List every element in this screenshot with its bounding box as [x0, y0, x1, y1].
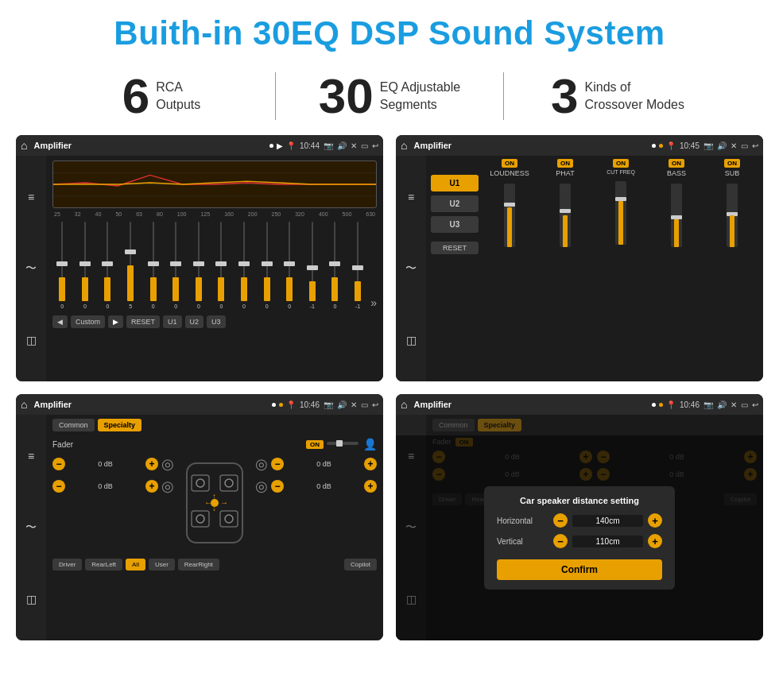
eq-slider-12[interactable]: 0 — [325, 222, 345, 309]
fader-row-2: − 0 dB + ◎ — [52, 478, 174, 495]
fader-minus-2[interactable]: − — [52, 480, 65, 493]
fader-tabs: Common Specialty — [52, 419, 377, 431]
eq-reset-btn[interactable]: RESET — [126, 315, 160, 328]
screen-body-1: ≡ 〜 ◫ — [16, 156, 383, 381]
ch-slider-loudness[interactable] — [504, 184, 515, 247]
svg-rect-9 — [220, 511, 238, 527]
on-toggle[interactable]: ON — [306, 440, 324, 449]
dialog-minus-h[interactable]: − — [553, 513, 568, 528]
amp2-presets: U1 U2 U3 RESET — [431, 159, 479, 254]
eq-slider-7[interactable]: 0 — [211, 222, 231, 309]
fader-minus-4[interactable]: − — [271, 480, 284, 493]
eq-icon-3[interactable]: ≡ — [28, 450, 34, 462]
btn-driver[interactable]: Driver — [52, 559, 82, 570]
eq-slider-0[interactable]: 0 — [52, 222, 72, 309]
home-icon-4[interactable]: ⌂ — [401, 398, 407, 411]
eq-slider-3[interactable]: 5 — [121, 222, 141, 309]
back-icon-1[interactable]: ↩ — [372, 141, 378, 150]
status-bar-1: ⌂ Amplifier ▶ 📍 10:44 📷 🔊 ✕ ▭ ↩ — [16, 135, 383, 156]
eq-u3-btn[interactable]: U3 — [207, 315, 226, 328]
ch-slider-bass[interactable] — [671, 184, 682, 247]
wave-icon-2[interactable]: 〜 — [405, 261, 417, 276]
location-icon-3: 📍 — [286, 400, 296, 409]
status-dot-3a — [272, 403, 276, 407]
ch-slider-phat[interactable] — [560, 184, 571, 247]
fader-plus-4[interactable]: + — [364, 480, 377, 493]
dialog-plus-v[interactable]: + — [648, 534, 662, 548]
home-icon-1[interactable]: ⌂ — [21, 139, 27, 152]
eq-slider-11[interactable]: -1 — [303, 222, 323, 309]
eq-slider-1[interactable]: 0 — [76, 222, 95, 309]
home-icon-3[interactable]: ⌂ — [21, 398, 27, 411]
back-icon-2[interactable]: ↩ — [752, 141, 758, 150]
u2-preset[interactable]: U2 — [431, 195, 479, 212]
wifi-icon-3: ✕ — [351, 400, 357, 409]
speaker-icon-3[interactable]: ◫ — [26, 593, 37, 605]
wifi-icon-1: ✕ — [351, 141, 357, 150]
reset-btn-2[interactable]: RESET — [431, 242, 479, 254]
eq-icon[interactable]: ≡ — [28, 191, 34, 203]
dialog-plus-h[interactable]: + — [648, 513, 662, 528]
home-icon-2[interactable]: ⌂ — [401, 139, 407, 152]
feature-rca: 6 RCA Outputs — [48, 72, 275, 121]
eq-u2-btn[interactable]: U2 — [185, 315, 204, 328]
fader-cols: − 0 dB + ◎ − 0 dB + ◎ — [52, 455, 377, 551]
btn-rearright[interactable]: RearRight — [178, 559, 219, 570]
btn-copilot[interactable]: Copilot — [344, 559, 377, 570]
eq-labels: 2532405063 80100125160200 25032040050063… — [52, 211, 377, 217]
u3-preset[interactable]: U3 — [431, 216, 479, 233]
speaker-icon-sidebar[interactable]: ◫ — [26, 334, 37, 346]
eq-play-btn[interactable]: ▶ — [108, 315, 123, 328]
tab-common[interactable]: Common — [52, 419, 95, 431]
eq-custom-btn[interactable]: Custom — [71, 315, 105, 328]
eq-u1-btn[interactable]: U1 — [163, 315, 182, 328]
wave-icon-3[interactable]: 〜 — [25, 520, 37, 535]
screens-grid: ⌂ Amplifier ▶ 📍 10:44 📷 🔊 ✕ ▭ ↩ ≡ 〜 ◫ — [0, 135, 779, 648]
eq-prev-btn[interactable]: ◀ — [52, 315, 68, 328]
ch-slider-cutfreq[interactable] — [615, 181, 626, 245]
dialog-minus-v[interactable]: − — [553, 534, 568, 548]
fader-plus-2[interactable]: + — [145, 480, 158, 493]
svg-point-12 — [225, 479, 233, 487]
eq-icon-2[interactable]: ≡ — [408, 191, 414, 203]
eq-slider-8[interactable]: 0 — [234, 222, 254, 309]
eq-slider-13[interactable]: -1 — [348, 222, 368, 309]
status-icons-2: 📍 10:45 📷 🔊 ✕ ▭ ↩ — [666, 141, 758, 150]
eq-slider-5[interactable]: 0 — [166, 222, 186, 309]
btn-user[interactable]: User — [149, 559, 175, 570]
back-icon-4[interactable]: ↩ — [752, 400, 758, 409]
tab-specialty[interactable]: Specialty — [98, 419, 142, 431]
eq-slider-6[interactable]: 0 — [189, 222, 209, 309]
status-title-4: Amplifier — [413, 400, 649, 409]
fader-panel: Common Specialty Fader ON 👤 — [46, 415, 383, 640]
fader-plus-1[interactable]: + — [145, 458, 158, 470]
screen-body-2: ≡ 〜 ◫ U1 U2 U3 RESET ON — [396, 156, 763, 381]
svg-rect-6 — [192, 475, 209, 491]
fader-minus-3[interactable]: − — [271, 458, 284, 470]
screen-amp2: ⌂ Amplifier 📍 10:45 📷 🔊 ✕ ▭ ↩ ≡ 〜 ◫ — [396, 135, 763, 381]
feature-text-eq: EQ Adjustable Segments — [380, 79, 460, 114]
eq-slider-9[interactable]: 0 — [257, 222, 277, 309]
eq-more[interactable]: » — [370, 296, 377, 309]
btn-all[interactable]: All — [126, 559, 145, 570]
fader-plus-3[interactable]: + — [364, 458, 377, 470]
fader-row-4: ◎ − 0 dB + — [255, 478, 377, 495]
svg-point-14 — [225, 515, 233, 523]
wave-icon[interactable]: 〜 — [25, 261, 37, 276]
btn-rearleft[interactable]: RearLeft — [85, 559, 122, 570]
confirm-button[interactable]: Confirm — [497, 559, 662, 580]
ch-label-cutfreq: CUT FREQ — [607, 169, 635, 175]
feature-number-rca: 6 — [122, 72, 149, 121]
ch-slider-sub[interactable] — [727, 184, 738, 247]
fader-minus-1[interactable]: − — [52, 458, 65, 470]
eq-slider-10[interactable]: 0 — [280, 222, 300, 309]
ch-loudness: ON LOUDNESS — [483, 159, 536, 254]
speaker-icon-2[interactable]: ◫ — [406, 334, 417, 346]
eq-slider-4[interactable]: 0 — [143, 222, 163, 309]
svg-point-11 — [196, 479, 204, 487]
eq-slider-2[interactable]: 0 — [98, 222, 118, 309]
user-icon-fader[interactable]: 👤 — [363, 438, 377, 451]
u1-preset[interactable]: U1 — [431, 175, 479, 191]
status-icons-1: 📍 10:44 📷 🔊 ✕ ▭ ↩ — [286, 141, 378, 150]
back-icon-3[interactable]: ↩ — [372, 400, 378, 409]
